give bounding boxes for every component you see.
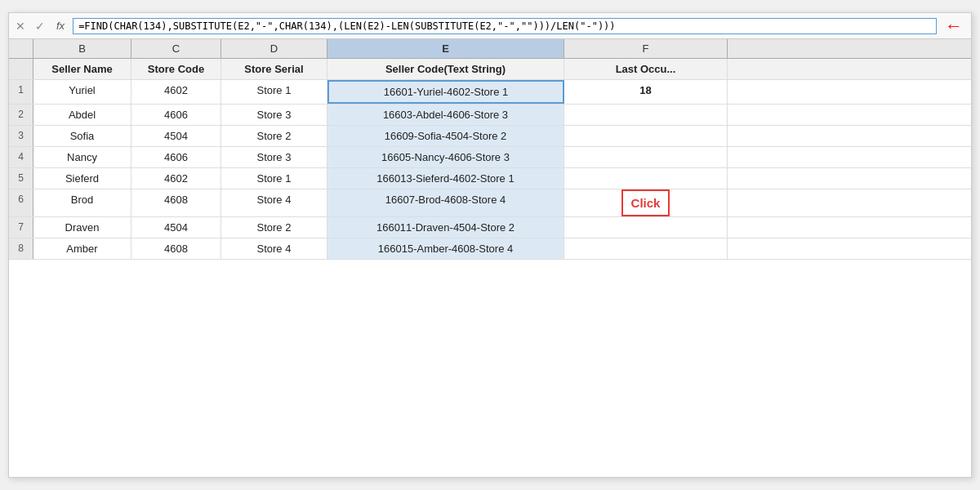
header-row: Seller Name Store Code Store Serial Sell… <box>9 59 971 80</box>
cell-store-code[interactable]: 4602 <box>131 80 221 104</box>
grid-area: B C D E F Seller Name Store Code Store S… <box>9 39 971 477</box>
cell-seller-name[interactable]: Nancy <box>33 147 131 167</box>
cell-seller-name[interactable]: Sieferd <box>33 168 131 189</box>
cell-seller-name[interactable]: Brod <box>33 189 131 216</box>
cell-last-occurrence[interactable]: Click <box>564 189 728 216</box>
table-row: 8Amber4608Store 4166015-Amber-4608-Store… <box>9 238 971 260</box>
cell-last-occurrence[interactable] <box>564 126 728 146</box>
cell-seller-code[interactable]: 16601-Yuriel-4602-Store 1 <box>327 80 564 104</box>
cell-seller-code[interactable]: 166013-Sieferd-4602-Store 1 <box>327 168 564 189</box>
table-row: 6Brod4608Store 416607-Brod-4608-Store 4C… <box>9 189 971 217</box>
header-cell-d: Store Serial <box>221 59 327 79</box>
cell-store-code[interactable]: 4504 <box>131 217 221 238</box>
col-header-b[interactable]: B <box>33 39 131 58</box>
row-number: 1 <box>9 80 33 104</box>
col-header-d[interactable]: D <box>221 39 327 58</box>
cell-seller-name[interactable]: Draven <box>33 217 131 238</box>
cell-store-code[interactable]: 4608 <box>131 189 221 216</box>
cell-store-serial[interactable]: Store 1 <box>221 168 327 189</box>
formula-arrow-icon: ← <box>940 16 968 37</box>
row-number: 3 <box>9 126 33 146</box>
cell-last-occurrence[interactable] <box>564 217 728 238</box>
cell-store-serial[interactable]: Store 2 <box>221 217 327 238</box>
table-row: 5Sieferd4602Store 1166013-Sieferd-4602-S… <box>9 168 971 189</box>
row-num-header <box>9 59 33 79</box>
header-cell-e: Seller Code(Text String) <box>327 59 564 79</box>
row-number: 2 <box>9 105 33 125</box>
click-annotation: Click <box>621 189 670 216</box>
row-number: 4 <box>9 147 33 167</box>
cell-seller-code[interactable]: 16605-Nancy-4606-Store 3 <box>327 147 564 167</box>
cell-seller-code[interactable]: 16607-Brod-4608-Store 4 <box>327 189 564 216</box>
cell-store-serial[interactable]: Store 2 <box>221 126 327 146</box>
row-number: 7 <box>9 217 33 238</box>
cell-seller-name[interactable]: Yuriel <box>33 80 131 104</box>
table-row: 2Abdel4606Store 316603-Abdel-4606-Store … <box>9 105 971 126</box>
cell-last-occurrence[interactable] <box>564 238 728 259</box>
cell-store-serial[interactable]: Store 4 <box>221 189 327 216</box>
row-number: 8 <box>9 238 33 259</box>
col-header-c[interactable]: C <box>131 39 221 58</box>
formula-input[interactable] <box>73 18 937 34</box>
cell-seller-code[interactable]: 16603-Abdel-4606-Store 3 <box>327 105 564 125</box>
cell-seller-code[interactable]: 166015-Amber-4608-Store 4 <box>327 238 564 259</box>
cell-seller-name[interactable]: Sofia <box>33 126 131 146</box>
cell-seller-code[interactable]: 166011-Draven-4504-Store 2 <box>327 217 564 238</box>
cell-seller-name[interactable]: Amber <box>33 238 131 259</box>
cell-store-code[interactable]: 4504 <box>131 126 221 146</box>
cell-store-serial[interactable]: Store 4 <box>221 238 327 259</box>
corner-cell <box>9 39 33 58</box>
table-row: 7Draven4504Store 2166011-Draven-4504-Sto… <box>9 217 971 238</box>
cell-last-occurrence[interactable] <box>564 147 728 167</box>
row-number: 6 <box>9 189 33 216</box>
fx-label: fx <box>51 20 69 32</box>
spreadsheet: ✕ ✓ fx ← B C D E F Seller Name Store Cod… <box>8 12 972 478</box>
header-cell-f: Last Occu... <box>564 59 728 79</box>
col-header-f[interactable]: F <box>564 39 728 58</box>
formula-bar: ✕ ✓ fx ← <box>9 13 971 39</box>
cell-store-serial[interactable]: Store 3 <box>221 147 327 167</box>
cell-last-occurrence[interactable]: 18 <box>564 80 728 104</box>
table-row: 4Nancy4606Store 316605-Nancy-4606-Store … <box>9 147 971 168</box>
col-header-e[interactable]: E <box>327 39 564 58</box>
cell-store-serial[interactable]: Store 1 <box>221 80 327 104</box>
confirm-button[interactable]: ✓ <box>32 20 48 33</box>
column-headers: B C D E F <box>9 39 971 59</box>
cell-last-occurrence[interactable] <box>564 105 728 125</box>
header-cell-c: Store Code <box>131 59 221 79</box>
cell-seller-code[interactable]: 16609-Sofia-4504-Store 2 <box>327 126 564 146</box>
row-number: 5 <box>9 168 33 189</box>
cell-store-serial[interactable]: Store 3 <box>221 105 327 125</box>
cell-last-occurrence[interactable] <box>564 168 728 189</box>
table-row: 3Sofia4504Store 216609-Sofia-4504-Store … <box>9 126 971 147</box>
cell-store-code[interactable]: 4606 <box>131 105 221 125</box>
cell-store-code[interactable]: 4608 <box>131 238 221 259</box>
cell-seller-name[interactable]: Abdel <box>33 105 131 125</box>
header-cell-b: Seller Name <box>33 59 131 79</box>
table-row: 1Yuriel4602Store 116601-Yuriel-4602-Stor… <box>9 80 971 105</box>
cell-store-code[interactable]: 4606 <box>131 147 221 167</box>
cell-store-code[interactable]: 4602 <box>131 168 221 189</box>
data-rows: Seller Name Store Code Store Serial Sell… <box>9 59 971 477</box>
cancel-button[interactable]: ✕ <box>12 20 29 33</box>
